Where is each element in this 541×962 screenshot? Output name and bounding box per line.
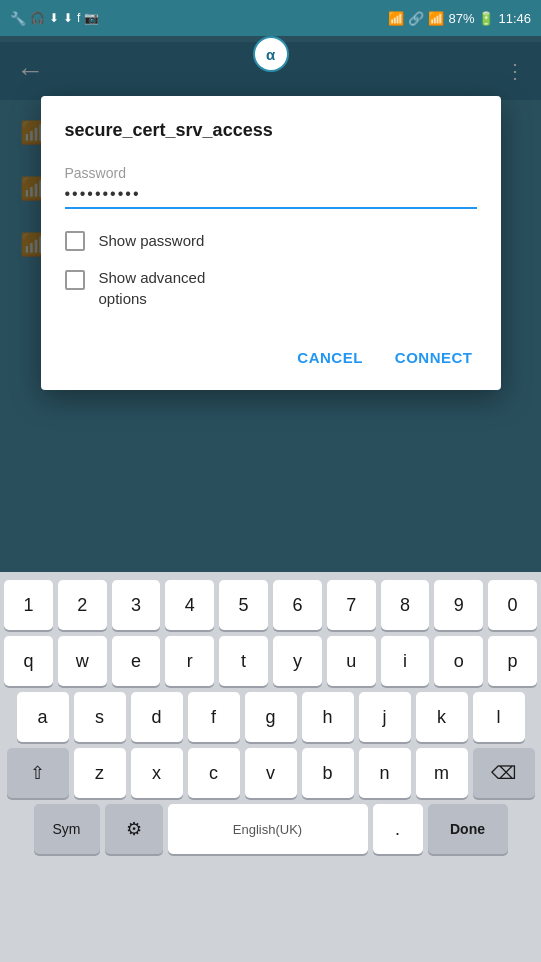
on-screen-keyboard: 1 2 3 4 5 6 7 8 9 0 q w e r t y u i o p …	[0, 572, 541, 962]
show-password-label: Show password	[99, 230, 205, 251]
key-6[interactable]: 6	[273, 580, 322, 630]
key-n[interactable]: n	[359, 748, 411, 798]
password-input[interactable]	[65, 185, 477, 203]
period-key[interactable]: .	[373, 804, 423, 854]
key-0[interactable]: 0	[488, 580, 537, 630]
battery-text: 87%	[448, 11, 474, 26]
space-key[interactable]: English(UK)	[168, 804, 368, 854]
dialog-overlay: secure_cert_srv_access Password Show pas…	[0, 36, 541, 572]
key-k[interactable]: k	[416, 692, 468, 742]
wrench-icon: 🔧	[10, 11, 26, 26]
status-bar: 🔧 🎧 ⬇ ⬇ f 📷 📶 🔗 📶 87% 🔋 11:46	[0, 0, 541, 36]
key-x[interactable]: x	[131, 748, 183, 798]
done-key[interactable]: Done	[428, 804, 508, 854]
download-icon: ⬇	[49, 11, 59, 25]
zxcv-row: ⇧ z x c v b n m ⌫	[4, 748, 537, 798]
headset-icon: 🎧	[30, 11, 45, 25]
key-u[interactable]: u	[327, 636, 376, 686]
key-4[interactable]: 4	[165, 580, 214, 630]
key-y[interactable]: y	[273, 636, 322, 686]
gear-key[interactable]: ⚙	[105, 804, 163, 854]
show-advanced-checkbox[interactable]	[65, 270, 85, 290]
key-5[interactable]: 5	[219, 580, 268, 630]
dialog-title: secure_cert_srv_access	[65, 120, 477, 141]
sym-key[interactable]: Sym	[34, 804, 100, 854]
key-a[interactable]: a	[17, 692, 69, 742]
key-f[interactable]: f	[188, 692, 240, 742]
key-z[interactable]: z	[74, 748, 126, 798]
key-q[interactable]: q	[4, 636, 53, 686]
keyboard-rows: 1 2 3 4 5 6 7 8 9 0 q w e r t y u i o p …	[0, 572, 541, 858]
wifi-password-dialog: secure_cert_srv_access Password Show pas…	[41, 96, 501, 390]
key-m[interactable]: m	[416, 748, 468, 798]
signal-icon: 📶	[388, 11, 404, 26]
backspace-key[interactable]: ⌫	[473, 748, 535, 798]
key-c[interactable]: c	[188, 748, 240, 798]
key-d[interactable]: d	[131, 692, 183, 742]
key-b[interactable]: b	[302, 748, 354, 798]
wifi-icon: 🔗	[408, 11, 424, 26]
key-v[interactable]: v	[245, 748, 297, 798]
key-s[interactable]: s	[74, 692, 126, 742]
download2-icon: ⬇	[63, 11, 73, 25]
key-1[interactable]: 1	[4, 580, 53, 630]
key-r[interactable]: r	[165, 636, 214, 686]
key-g[interactable]: g	[245, 692, 297, 742]
key-w[interactable]: w	[58, 636, 107, 686]
status-right-icons: 📶 🔗 📶 87% 🔋 11:46	[388, 11, 531, 26]
key-l[interactable]: l	[473, 692, 525, 742]
key-p[interactable]: p	[488, 636, 537, 686]
dialog-actions: CANCEL CONNECT	[65, 325, 477, 390]
password-input-wrap[interactable]	[65, 185, 477, 209]
password-label: Password	[65, 165, 477, 181]
cancel-button[interactable]: CANCEL	[293, 341, 367, 374]
qwerty-row: q w e r t y u i o p	[4, 636, 537, 686]
key-9[interactable]: 9	[434, 580, 483, 630]
key-h[interactable]: h	[302, 692, 354, 742]
key-7[interactable]: 7	[327, 580, 376, 630]
network-icon: 📶	[428, 11, 444, 26]
battery-icon: 🔋	[478, 11, 494, 26]
time-display: 11:46	[498, 11, 531, 26]
connect-button[interactable]: CONNECT	[391, 341, 477, 374]
status-left-icons: 🔧 🎧 ⬇ ⬇ f 📷	[10, 11, 99, 26]
shift-key[interactable]: ⇧	[7, 748, 69, 798]
key-2[interactable]: 2	[58, 580, 107, 630]
key-j[interactable]: j	[359, 692, 411, 742]
key-o[interactable]: o	[434, 636, 483, 686]
key-3[interactable]: 3	[112, 580, 161, 630]
app-background: α ← ⋮ 📶 📶 📶 secure_cert_srv_access Passw…	[0, 36, 541, 572]
asdf-row: a s d f g h j k l	[4, 692, 537, 742]
show-advanced-row[interactable]: Show advancedoptions	[65, 267, 477, 309]
show-password-checkbox[interactable]	[65, 231, 85, 251]
show-advanced-label: Show advancedoptions	[99, 267, 206, 309]
number-row: 1 2 3 4 5 6 7 8 9 0	[4, 580, 537, 630]
show-password-row[interactable]: Show password	[65, 229, 477, 251]
key-8[interactable]: 8	[381, 580, 430, 630]
instagram-icon: 📷	[84, 11, 99, 25]
key-i[interactable]: i	[381, 636, 430, 686]
alpha-logo: α	[253, 36, 289, 72]
bottom-row: Sym ⚙ English(UK) . Done	[4, 804, 537, 854]
facebook-icon: f	[77, 11, 80, 25]
key-e[interactable]: e	[112, 636, 161, 686]
key-t[interactable]: t	[219, 636, 268, 686]
